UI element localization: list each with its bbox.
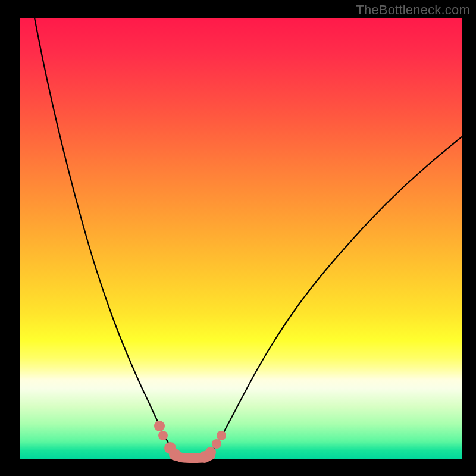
- marker-dot: [158, 431, 168, 440]
- plot-area: [20, 18, 462, 459]
- watermark-text: TheBottleneck.com: [356, 2, 470, 18]
- chart-svg: [20, 18, 462, 459]
- right-curve: [205, 137, 462, 458]
- chart-frame: TheBottleneck.com: [0, 0, 476, 476]
- marker-dot: [154, 421, 165, 431]
- left-curve: [33, 12, 182, 458]
- marker-dot: [205, 447, 216, 458]
- marker-dot: [212, 439, 221, 449]
- marker-dot: [169, 449, 181, 461]
- marker-dot: [217, 431, 226, 440]
